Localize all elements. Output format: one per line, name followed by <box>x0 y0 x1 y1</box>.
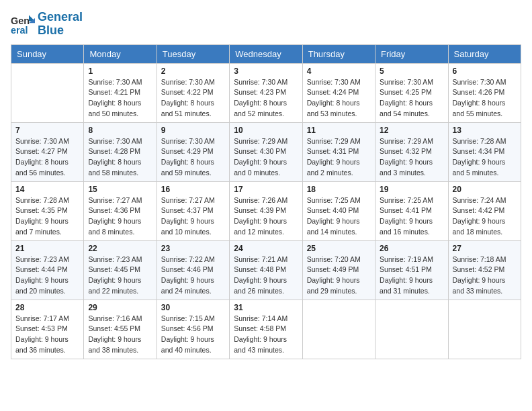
day-info: Sunrise: 7:29 AMSunset: 4:31 PMDaylight:… <box>307 136 371 179</box>
calendar-cell: 27Sunrise: 7:18 AMSunset: 4:52 PMDayligh… <box>448 240 521 300</box>
day-info: Sunrise: 7:15 AMSunset: 4:56 PMDaylight:… <box>161 314 225 356</box>
day-number: 6 <box>453 66 517 76</box>
day-info: Sunrise: 7:30 AMSunset: 4:29 PMDaylight:… <box>161 136 225 179</box>
day-info: Sunrise: 7:30 AMSunset: 4:28 PMDaylight:… <box>88 136 152 179</box>
weekday-header-sunday: Sunday <box>11 44 84 63</box>
calendar-cell: 2Sunrise: 7:30 AMSunset: 4:22 PMDaylight… <box>157 63 229 122</box>
day-info: Sunrise: 7:21 AMSunset: 4:48 PMDaylight:… <box>234 255 298 297</box>
calendar-cell: 23Sunrise: 7:22 AMSunset: 4:46 PMDayligh… <box>157 240 229 300</box>
day-number: 27 <box>453 244 517 253</box>
day-number: 21 <box>15 244 79 253</box>
day-info: Sunrise: 7:26 AMSunset: 4:39 PMDaylight:… <box>234 195 298 238</box>
calendar-cell: 8Sunrise: 7:30 AMSunset: 4:28 PMDaylight… <box>84 122 157 181</box>
calendar-cell: 24Sunrise: 7:21 AMSunset: 4:48 PMDayligh… <box>230 240 302 300</box>
calendar-cell: 25Sunrise: 7:20 AMSunset: 4:49 PMDayligh… <box>302 240 375 300</box>
calendar-week-row: 28Sunrise: 7:17 AMSunset: 4:53 PMDayligh… <box>11 300 521 359</box>
day-number: 20 <box>453 185 517 194</box>
page-header: Gen eral General Blue <box>11 11 521 38</box>
day-info: Sunrise: 7:19 AMSunset: 4:51 PMDaylight:… <box>380 255 443 297</box>
calendar-week-row: 7Sunrise: 7:30 AMSunset: 4:27 PMDaylight… <box>11 122 521 181</box>
day-number: 22 <box>88 244 152 253</box>
logo-text: General Blue <box>38 11 83 38</box>
day-info: Sunrise: 7:18 AMSunset: 4:52 PMDaylight:… <box>453 255 517 297</box>
weekday-header-monday: Monday <box>84 44 157 63</box>
day-number: 2 <box>161 66 225 76</box>
day-info: Sunrise: 7:25 AMSunset: 4:41 PMDaylight:… <box>380 195 443 238</box>
day-number: 16 <box>161 185 225 194</box>
day-number: 14 <box>15 185 79 194</box>
day-info: Sunrise: 7:30 AMSunset: 4:23 PMDaylight:… <box>234 77 298 120</box>
day-number: 11 <box>307 126 371 135</box>
calendar-cell: 30Sunrise: 7:15 AMSunset: 4:56 PMDayligh… <box>157 300 229 359</box>
calendar-cell: 12Sunrise: 7:29 AMSunset: 4:32 PMDayligh… <box>375 122 448 181</box>
day-info: Sunrise: 7:25 AMSunset: 4:40 PMDaylight:… <box>307 195 371 238</box>
day-info: Sunrise: 7:30 AMSunset: 4:25 PMDaylight:… <box>380 77 443 120</box>
day-number: 17 <box>234 185 298 194</box>
calendar-week-row: 21Sunrise: 7:23 AMSunset: 4:44 PMDayligh… <box>11 240 521 300</box>
day-number: 4 <box>307 66 371 76</box>
day-number: 13 <box>453 126 517 135</box>
calendar-cell: 4Sunrise: 7:30 AMSunset: 4:24 PMDaylight… <box>302 63 375 122</box>
weekday-header-tuesday: Tuesday <box>157 44 229 63</box>
day-info: Sunrise: 7:14 AMSunset: 4:58 PMDaylight:… <box>234 314 298 356</box>
day-info: Sunrise: 7:30 AMSunset: 4:21 PMDaylight:… <box>88 77 152 120</box>
weekday-header-saturday: Saturday <box>448 44 521 63</box>
weekday-header-wednesday: Wednesday <box>230 44 302 63</box>
day-number: 12 <box>380 126 443 135</box>
day-info: Sunrise: 7:20 AMSunset: 4:49 PMDaylight:… <box>307 255 371 297</box>
calendar-cell: 9Sunrise: 7:30 AMSunset: 4:29 PMDaylight… <box>157 122 229 181</box>
calendar-table: SundayMondayTuesdayWednesdayThursdayFrid… <box>11 44 521 359</box>
day-number: 23 <box>161 244 225 253</box>
day-number: 25 <box>307 244 371 253</box>
day-info: Sunrise: 7:28 AMSunset: 4:34 PMDaylight:… <box>453 136 517 179</box>
day-number: 26 <box>380 244 443 253</box>
day-info: Sunrise: 7:29 AMSunset: 4:30 PMDaylight:… <box>234 136 298 179</box>
calendar-cell: 14Sunrise: 7:28 AMSunset: 4:35 PMDayligh… <box>11 181 84 240</box>
calendar-cell: 28Sunrise: 7:17 AMSunset: 4:53 PMDayligh… <box>11 300 84 359</box>
calendar-cell: 16Sunrise: 7:27 AMSunset: 4:37 PMDayligh… <box>157 181 229 240</box>
svg-text:eral: eral <box>11 25 28 36</box>
calendar-cell: 18Sunrise: 7:25 AMSunset: 4:40 PMDayligh… <box>302 181 375 240</box>
day-info: Sunrise: 7:29 AMSunset: 4:32 PMDaylight:… <box>380 136 443 179</box>
calendar-header-row: SundayMondayTuesdayWednesdayThursdayFrid… <box>11 44 521 63</box>
day-number: 1 <box>88 66 152 76</box>
calendar-cell: 5Sunrise: 7:30 AMSunset: 4:25 PMDaylight… <box>375 63 448 122</box>
weekday-header-friday: Friday <box>375 44 448 63</box>
day-info: Sunrise: 7:23 AMSunset: 4:44 PMDaylight:… <box>15 255 79 297</box>
day-number: 10 <box>234 126 298 135</box>
day-number: 28 <box>15 303 79 312</box>
calendar-week-row: 1Sunrise: 7:30 AMSunset: 4:21 PMDaylight… <box>11 63 521 122</box>
calendar-cell: 10Sunrise: 7:29 AMSunset: 4:30 PMDayligh… <box>230 122 302 181</box>
calendar-cell: 29Sunrise: 7:16 AMSunset: 4:55 PMDayligh… <box>84 300 157 359</box>
calendar-cell: 13Sunrise: 7:28 AMSunset: 4:34 PMDayligh… <box>448 122 521 181</box>
logo-icon: Gen eral <box>11 12 35 36</box>
day-info: Sunrise: 7:17 AMSunset: 4:53 PMDaylight:… <box>15 314 79 356</box>
calendar-cell: 3Sunrise: 7:30 AMSunset: 4:23 PMDaylight… <box>230 63 302 122</box>
weekday-header-thursday: Thursday <box>302 44 375 63</box>
calendar-cell <box>448 300 521 359</box>
calendar-cell: 7Sunrise: 7:30 AMSunset: 4:27 PMDaylight… <box>11 122 84 181</box>
day-info: Sunrise: 7:28 AMSunset: 4:35 PMDaylight:… <box>15 195 79 238</box>
day-info: Sunrise: 7:27 AMSunset: 4:36 PMDaylight:… <box>88 195 152 238</box>
calendar-cell: 26Sunrise: 7:19 AMSunset: 4:51 PMDayligh… <box>375 240 448 300</box>
calendar-cell: 17Sunrise: 7:26 AMSunset: 4:39 PMDayligh… <box>230 181 302 240</box>
calendar-cell: 6Sunrise: 7:30 AMSunset: 4:26 PMDaylight… <box>448 63 521 122</box>
calendar-cell: 21Sunrise: 7:23 AMSunset: 4:44 PMDayligh… <box>11 240 84 300</box>
day-info: Sunrise: 7:27 AMSunset: 4:37 PMDaylight:… <box>161 195 225 238</box>
day-info: Sunrise: 7:30 AMSunset: 4:24 PMDaylight:… <box>307 77 371 120</box>
day-number: 15 <box>88 185 152 194</box>
calendar-cell <box>302 300 375 359</box>
day-number: 31 <box>234 303 298 312</box>
day-info: Sunrise: 7:22 AMSunset: 4:46 PMDaylight:… <box>161 255 225 297</box>
day-number: 19 <box>380 185 443 194</box>
day-info: Sunrise: 7:16 AMSunset: 4:55 PMDaylight:… <box>88 314 152 356</box>
calendar-cell: 20Sunrise: 7:24 AMSunset: 4:42 PMDayligh… <box>448 181 521 240</box>
day-info: Sunrise: 7:30 AMSunset: 4:26 PMDaylight:… <box>453 77 517 120</box>
day-info: Sunrise: 7:30 AMSunset: 4:27 PMDaylight:… <box>15 136 79 179</box>
day-number: 8 <box>88 126 152 135</box>
day-number: 9 <box>161 126 225 135</box>
day-number: 30 <box>161 303 225 312</box>
calendar-cell: 1Sunrise: 7:30 AMSunset: 4:21 PMDaylight… <box>84 63 157 122</box>
calendar-cell: 15Sunrise: 7:27 AMSunset: 4:36 PMDayligh… <box>84 181 157 240</box>
day-number: 29 <box>88 303 152 312</box>
